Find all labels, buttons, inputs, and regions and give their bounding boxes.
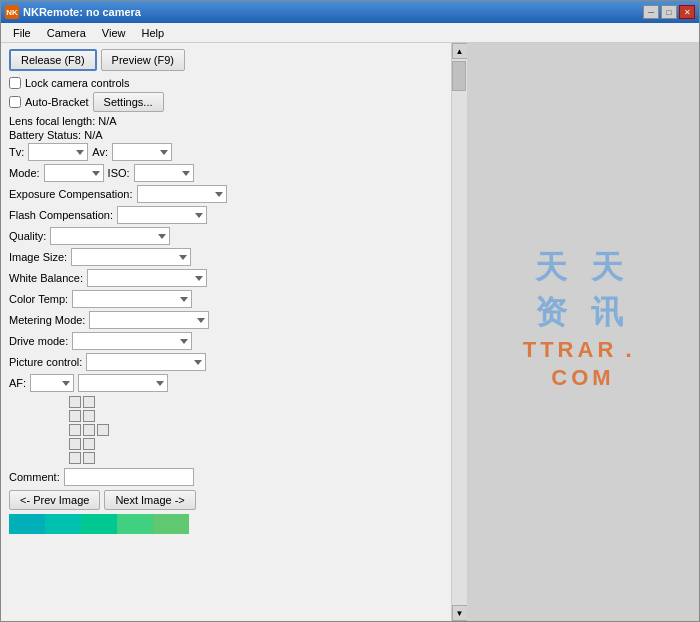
af-label: AF: [9, 377, 26, 389]
drive-mode-select[interactable] [72, 332, 192, 350]
white-balance-label: White Balance: [9, 272, 83, 284]
scrollbar: ▲ ▼ [451, 43, 467, 621]
mode-iso-row: Mode: ISO: [9, 164, 443, 182]
nav-row: <- Prev Image Next Image -> [9, 490, 443, 510]
image-size-label: Image Size: [9, 251, 67, 263]
maximize-button[interactable]: □ [661, 5, 677, 19]
scroll-down-arrow[interactable]: ▼ [452, 605, 468, 621]
af-check-4-2[interactable] [83, 438, 95, 450]
af-row-4 [69, 438, 443, 450]
auto-bracket-row: Auto-Bracket Settings... [9, 92, 443, 112]
image-preview-panel: 天 天 资 讯 TTRAR．COM [467, 43, 699, 621]
af-check-1-2[interactable] [83, 396, 95, 408]
menu-help[interactable]: Help [134, 25, 173, 41]
lock-camera-checkbox[interactable] [9, 77, 21, 89]
picture-control-row: Picture control: [9, 353, 443, 371]
drive-mode-label: Drive mode: [9, 335, 68, 347]
color-strip [9, 514, 189, 534]
af-check-2-2[interactable] [83, 410, 95, 422]
main-content: Release (F8) Preview (F9) Lock camera co… [1, 43, 699, 621]
scroll-thumb[interactable] [452, 61, 466, 91]
comment-input[interactable] [64, 468, 194, 486]
af-row: AF: [9, 374, 443, 392]
image-size-row: Image Size: [9, 248, 443, 266]
menu-camera[interactable]: Camera [39, 25, 94, 41]
af-grid [69, 396, 443, 464]
iso-label: ISO: [108, 167, 130, 179]
auto-bracket-checkbox[interactable] [9, 96, 21, 108]
window-title: NKRemote: no camera [23, 6, 141, 18]
exposure-comp-row: Exposure Compensation: [9, 185, 443, 203]
af-check-3-1[interactable] [69, 424, 81, 436]
color-strip-4 [117, 514, 153, 534]
white-balance-row: White Balance: [9, 269, 443, 287]
mode-label: Mode: [9, 167, 40, 179]
exposure-comp-select[interactable] [137, 185, 227, 203]
exposure-comp-label: Exposure Compensation: [9, 188, 133, 200]
battery-status-text: Battery Status: N/A [9, 129, 443, 141]
color-strip-3 [81, 514, 117, 534]
tv-select[interactable] [28, 143, 88, 161]
tv-label: Tv: [9, 146, 24, 158]
iso-select[interactable] [134, 164, 194, 182]
scroll-track[interactable] [452, 59, 467, 605]
watermark-chinese: 天 天 资 讯 [523, 245, 644, 335]
flash-comp-row: Flash Compensation: [9, 206, 443, 224]
white-balance-select[interactable] [87, 269, 207, 287]
metering-mode-label: Metering Mode: [9, 314, 85, 326]
lock-camera-label: Lock camera controls [25, 77, 130, 89]
metering-mode-select[interactable] [89, 311, 209, 329]
metering-mode-row: Metering Mode: [9, 311, 443, 329]
title-bar-left: NK NKRemote: no camera [5, 5, 141, 19]
watermark: 天 天 资 讯 TTRAR．COM [523, 245, 644, 391]
left-panel: Release (F8) Preview (F9) Lock camera co… [1, 43, 451, 621]
release-button[interactable]: Release (F8) [9, 49, 97, 71]
title-bar: NK NKRemote: no camera ─ □ ✕ [1, 1, 699, 23]
preview-button[interactable]: Preview (F9) [101, 49, 185, 71]
af-check-4-1[interactable] [69, 438, 81, 450]
af-row-1 [69, 396, 443, 408]
av-select[interactable] [112, 143, 172, 161]
next-image-button[interactable]: Next Image -> [104, 490, 195, 510]
af-check-3-2[interactable] [83, 424, 95, 436]
settings-button[interactable]: Settings... [93, 92, 164, 112]
af-check-5-1[interactable] [69, 452, 81, 464]
image-size-select[interactable] [71, 248, 191, 266]
color-strip-1 [9, 514, 45, 534]
color-temp-label: Color Temp: [9, 293, 68, 305]
watermark-english: TTRAR．COM [523, 334, 644, 390]
color-temp-select[interactable] [72, 290, 192, 308]
af-row-2 [69, 410, 443, 422]
av-label: Av: [92, 146, 108, 158]
comment-row: Comment: [9, 468, 443, 486]
af-select2[interactable] [78, 374, 168, 392]
flash-comp-select[interactable] [117, 206, 207, 224]
mode-select[interactable] [44, 164, 104, 182]
toolbar-row: Release (F8) Preview (F9) [9, 49, 443, 71]
drive-mode-row: Drive mode: [9, 332, 443, 350]
close-button[interactable]: ✕ [679, 5, 695, 19]
af-check-2-1[interactable] [69, 410, 81, 422]
af-select1[interactable] [30, 374, 74, 392]
scroll-up-arrow[interactable]: ▲ [452, 43, 468, 59]
menu-file[interactable]: File [5, 25, 39, 41]
app-icon: NK [5, 5, 19, 19]
quality-row: Quality: [9, 227, 443, 245]
color-temp-row: Color Temp: [9, 290, 443, 308]
flash-comp-label: Flash Compensation: [9, 209, 113, 221]
prev-image-button[interactable]: <- Prev Image [9, 490, 100, 510]
af-check-1-1[interactable] [69, 396, 81, 408]
auto-bracket-label: Auto-Bracket [25, 96, 89, 108]
quality-select[interactable] [50, 227, 170, 245]
title-buttons: ─ □ ✕ [643, 5, 695, 19]
menu-view[interactable]: View [94, 25, 134, 41]
af-row-3 [69, 424, 443, 436]
tv-av-row: Tv: Av: [9, 143, 443, 161]
minimize-button[interactable]: ─ [643, 5, 659, 19]
picture-control-select[interactable] [86, 353, 206, 371]
af-check-5-2[interactable] [83, 452, 95, 464]
comment-label: Comment: [9, 471, 60, 483]
af-row-5 [69, 452, 443, 464]
menu-bar: File Camera View Help [1, 23, 699, 43]
af-check-3-3[interactable] [97, 424, 109, 436]
